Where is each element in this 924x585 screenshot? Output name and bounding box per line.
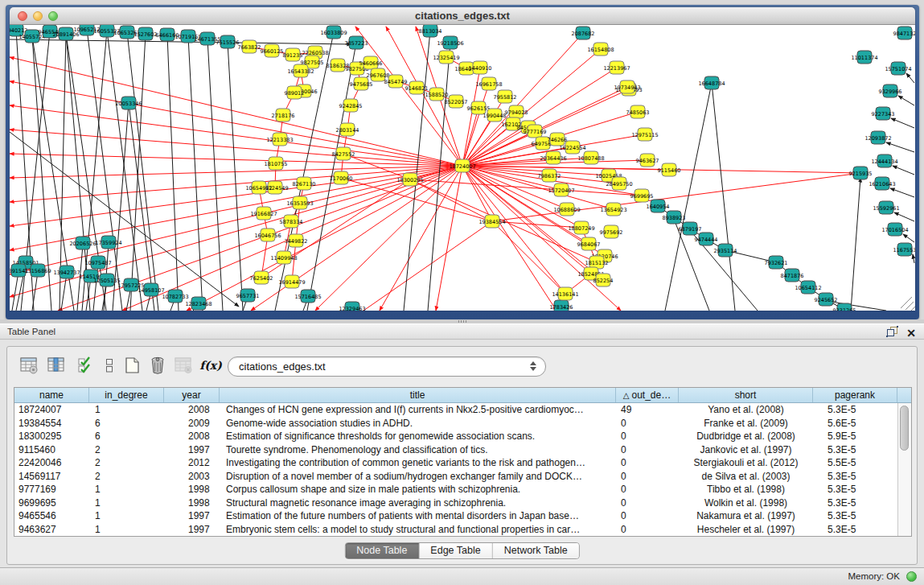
table-cell[interactable]: 5.3E-5 — [813, 443, 897, 457]
graph-node[interactable]: 7625402 — [250, 271, 273, 284]
graph-node[interactable]: 1783426 — [550, 300, 573, 311]
graph-node[interactable]: 15592961 — [873, 201, 899, 214]
graph-node[interactable]: 9660125 — [261, 44, 284, 57]
graph-node[interactable]: 5878334 — [280, 215, 303, 228]
graph-node[interactable]: 7955812 — [494, 90, 517, 103]
table-cell[interactable]: 1997 — [164, 443, 220, 457]
table-cell[interactable]: 0 — [616, 523, 679, 537]
delete-entries-icon[interactable] — [147, 355, 168, 376]
table-cell[interactable]: 6 — [89, 430, 164, 443]
table-cell[interactable]: 1998 — [164, 483, 220, 496]
column-header-year[interactable]: year — [164, 388, 220, 402]
column-header-title[interactable]: title — [220, 388, 616, 402]
graph-node[interactable]: 16648784 — [698, 76, 725, 89]
table-cell[interactable]: 2009 — [164, 417, 220, 431]
table-cell[interactable]: 5.3E-5 — [813, 470, 897, 484]
table-cell[interactable]: Disruption of a novel member of a sodium… — [220, 470, 616, 484]
table-cell[interactable]: 2008 — [164, 430, 220, 443]
table-row[interactable]: 1830029562008Estimation of significance … — [14, 430, 897, 443]
table-cell[interactable]: 0 — [616, 470, 679, 484]
graph-node[interactable]: 9684067 — [577, 237, 601, 250]
graph-node[interactable]: 16046756 — [254, 229, 281, 241]
table-cell[interactable]: Investigating the contribution of common… — [220, 456, 616, 470]
table-cell[interactable]: 5.3E-5 — [813, 523, 897, 537]
graph-node[interactable]: 11011374 — [851, 51, 877, 64]
tab-node-table[interactable]: Node Table — [345, 543, 419, 558]
table-cell[interactable]: Hescheler et al. (1997) — [679, 523, 813, 537]
function-builder-icon[interactable]: f(x) — [200, 355, 221, 376]
graph-node[interactable]: 9227343 — [872, 107, 895, 120]
graph-node[interactable]: 12213383 — [266, 133, 293, 146]
table-row[interactable]: 2242004622012Investigating the contribut… — [14, 456, 897, 470]
graph-node[interactable]: 20053346 — [115, 97, 142, 109]
graph-node[interactable]: 16210643 — [869, 177, 895, 190]
network-table-select[interactable]: citations_edges.txt — [228, 356, 546, 377]
table-cell[interactable]: Tourette syndrome. Phenomenology and cla… — [220, 443, 616, 457]
table-cell[interactable]: Franke et al. (2009) — [679, 417, 813, 431]
graph-node[interactable]: 9657731 — [236, 289, 260, 302]
graph-node[interactable]: 9242845 — [339, 99, 363, 112]
table-row[interactable]: 1456911722003Disruption of a novel membe… — [14, 470, 897, 484]
graph-node[interactable]: 989012 — [285, 86, 305, 99]
tab-network-table[interactable]: Network Table — [493, 543, 579, 558]
graph-node[interactable]: 19166827 — [250, 207, 277, 220]
table-cell[interactable]: 0 — [616, 496, 679, 510]
table-cell[interactable]: 5.3E-5 — [813, 403, 897, 417]
graph-node[interactable]: 2087682 — [572, 27, 595, 39]
table-cell[interactable]: Stergiakouli et al. (2012) — [679, 456, 813, 470]
graph-node[interactable]: 15751074 — [885, 62, 911, 75]
table-row[interactable]: 911546021997Tourette syndrome. Phenomeno… — [14, 443, 897, 457]
table-cell[interactable]: Dudbridge et al. (2008) — [679, 430, 813, 443]
table-cell[interactable]: Yano et al. (2008) — [679, 403, 813, 417]
column-header-pagerank[interactable]: pagerank — [813, 388, 897, 402]
graph-node[interactable]: 9794028 — [505, 105, 528, 118]
graph-node[interactable]: 13654923 — [600, 203, 626, 216]
tab-edge-table[interactable]: Edge Table — [419, 543, 492, 558]
table-cell[interactable]: Embryonic stem cells: a model to study s… — [220, 523, 616, 537]
table-row[interactable]: 977716911998Corpus callosum shape and si… — [14, 483, 897, 496]
table-cell[interactable]: 9115460 — [14, 443, 89, 457]
table-cell[interactable]: 5.6E-5 — [813, 417, 897, 431]
network-view-frame[interactable]: citations_edges.txt 89402121405572494655… — [6, 5, 919, 319]
column-header-name[interactable]: name — [14, 388, 89, 402]
graph-node[interactable]: 8471876 — [781, 269, 804, 282]
graph-node[interactable]: 9975692 — [600, 225, 623, 238]
graph-node[interactable]: 852254 — [593, 274, 614, 286]
close-panel-icon[interactable]: ✕ — [906, 328, 916, 339]
table-cell[interactable]: Estimation of the future numbers of pati… — [220, 509, 616, 523]
column-header-short[interactable]: short — [679, 388, 813, 402]
graph-node[interactable]: 1170060 — [330, 171, 353, 184]
graph-node[interactable]: 20364436 — [540, 151, 566, 164]
table-cell[interactable]: 1 — [89, 509, 164, 523]
table-cell[interactable]: 5.5E-5 — [813, 456, 897, 470]
new-column-icon[interactable] — [121, 355, 142, 376]
table-cell[interactable]: 1997 — [164, 509, 220, 523]
graph-node[interactable]: 9847132 — [893, 27, 915, 39]
graph-node[interactable]: 11409948 — [270, 251, 297, 264]
table-cell[interactable]: 18724007 — [14, 403, 89, 417]
column-header-out_de[interactable]: △out_de… — [616, 388, 679, 402]
graph-node[interactable]: 12329463 — [339, 302, 365, 311]
graph-node[interactable]: 16033809 — [320, 26, 347, 39]
table-cell[interactable]: 2 — [89, 443, 164, 457]
graph-node[interactable]: 16961758 — [475, 77, 502, 90]
table-cell[interactable]: 0 — [616, 443, 679, 457]
graph-node[interactable]: 9699695 — [630, 189, 654, 202]
graph-node[interactable]: 9463627 — [636, 154, 659, 167]
graph-node[interactable]: 16914479 — [278, 275, 305, 288]
table-cell[interactable]: Structural magnetic resonance image aver… — [220, 496, 616, 510]
graph-node[interactable]: 7485063 — [626, 105, 650, 118]
graph-node[interactable]: 19218506 — [437, 36, 463, 49]
graph-node[interactable]: 10688609 — [553, 203, 580, 216]
table-cell[interactable]: 5.3E-5 — [813, 483, 897, 496]
graph-node[interactable]: 9475685 — [350, 77, 373, 90]
table-cell[interactable]: 9777169 — [14, 483, 89, 496]
table-cell[interactable]: 2 — [89, 456, 164, 470]
graph-node[interactable]: 1810755 — [265, 157, 288, 170]
table-cell[interactable]: 2003 — [164, 470, 220, 484]
graph-node[interactable]: 12325419 — [433, 51, 459, 64]
network-canvas[interactable]: 8940212140557249465546208914061096521216… — [10, 25, 915, 311]
table-cell[interactable]: 1998 — [164, 496, 220, 510]
graph-node[interactable]: 12975115 — [631, 128, 658, 141]
table-cell[interactable]: 0 — [616, 417, 679, 431]
